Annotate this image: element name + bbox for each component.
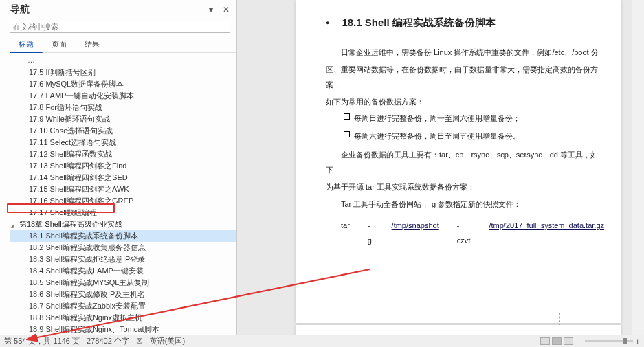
zoom-in-icon[interactable]: + [636,337,640,346]
outline-item[interactable]: 17.14 Shell编程四剑客之SED [10,172,236,183]
status-spellcheck-icon[interactable]: ☒ [136,337,143,346]
paragraph: Tar 工具手动全备份网站，-g 参数指定新的快照文件： [326,197,604,212]
nav-tabs: 标题 页面 结果 [10,36,236,53]
outline-item[interactable]: 17.8 For循环语句实战 [10,102,236,113]
paragraph: 日常企业运维中，需要备份 Linux 操作系统中重要的文件，例如/etc、/bo… [326,45,604,60]
scrollbar-vertical[interactable] [632,0,644,335]
zoom-slider[interactable] [585,340,633,342]
checkbox-icon [344,113,350,120]
status-bar: 第 554 页，共 1146 页 278402 个字 ☒ 英语(美国) − + [0,335,644,347]
outline-item[interactable]: 17.13 Shell编程四剑客之Find [10,160,236,172]
outline-item[interactable]: 17.6 MySQL数据库备份脚本 [10,78,236,90]
cmd-seg: /tmp/2017_full_system_data.tar.gz [489,218,604,233]
nav-dropdown-icon[interactable]: ▾ [206,5,216,14]
tab-results[interactable]: 结果 [76,36,109,52]
page-body: 日常企业运维中，需要备份 Linux 操作系统中重要的文件，例如/etc、/bo… [326,45,604,248]
outline-item[interactable]: 17.9 While循环语句实战 [10,113,236,125]
outline-item[interactable]: 17.17 Shell数组编程 [10,207,236,219]
nav-close-icon[interactable]: ✕ [221,5,231,14]
cmd-seg: /tmp/snapshot [392,218,439,233]
paragraph: 区、重要网站数据等，在备份数据时，由于数据量非常大，需要指定高效的备份方案， [326,62,604,92]
page-title: 18.1 Shell 编程实战系统备份脚本 [326,16,604,30]
outline-item[interactable]: 17.15 Shell编程四剑客之AWK [10,183,236,195]
outline-item[interactable]: 18.1 Shell编程实战系统备份脚本 [10,230,236,242]
bullet-text: 每周六进行完整备份，周日至周五使用增量备份。 [354,128,520,144]
outline-item[interactable]: 17.10 Case选择语句实战 [10,125,236,137]
command-line: tar -g /tmp/snapshot -czvf /tmp/2017_ful… [341,218,604,248]
checkbox-icon [344,131,350,137]
tab-headings[interactable]: 标题 [10,36,43,53]
outline-item[interactable]: 17.5 If判断括号区别 [10,67,236,78]
cmd-seg: -g [368,218,374,248]
navigation-pane: 导航 ▾ ✕ 标题 页面 结果 … 17.5 If判断括号区别17.6 MySQ… [0,0,237,335]
outline-item[interactable]: 17.16 Shell编程四剑客之GREP [10,195,236,207]
cmd-seg: tar [341,218,350,233]
bullet-text: 每周日进行完整备份，周一至周六使用增量备份； [354,111,520,126]
paragraph: 如下为常用的备份数据方案： [326,94,604,109]
status-word-count[interactable]: 278402 个字 [87,336,129,346]
status-language[interactable]: 英语(美国) [150,336,185,346]
outline-item[interactable]: 18.6 Shell编程实战修改IP及主机名 [10,289,236,300]
outline-tree: 17.5 If判断括号区别17.6 MySQL数据库备份脚本17.7 LAMP一… [0,67,236,335]
outline-item[interactable]: 第18章 Shell编程高级企业实战 [10,219,236,230]
outline-item[interactable]: 18.3 Shell编程实战拒绝恶意IP登录 [10,254,236,265]
outline-item[interactable]: 17.12 Shell编程函数实战 [10,148,236,160]
page: 18.1 Shell 编程实战系统备份脚本 日常企业运维中，需要备份 Linux… [296,0,621,323]
outline-item[interactable]: 18.5 Shell编程实战MYSQL主从复制 [10,277,236,289]
nav-ellipsis: … [21,53,236,67]
outline-item[interactable]: 18.8 Shell编程实战Nginx虚拟主机 [10,312,236,324]
zoom-out-icon[interactable]: − [577,337,581,346]
bullet-item: 每周日进行完整备份，周一至周六使用增量备份； [326,109,604,127]
nav-title: 导航 [10,3,30,16]
paragraph: 企业备份数据的工具主要有：tar、cp、rsync、scp、sersync、dd… [326,147,604,177]
status-page[interactable]: 第 554 页，共 1146 页 [4,336,80,346]
cmd-seg: -czvf [457,218,471,248]
outline-item[interactable]: 18.2 Shell编程实战收集服务器信息 [10,242,236,254]
outline-item[interactable]: 18.7 Shell编程实战Zabbix安装配置 [10,300,236,312]
outline-item[interactable]: 17.7 LAMP一键自动化安装脚本 [10,90,236,102]
outline-item[interactable]: 18.9 Shell编程实战Nginx、Tomcat脚本 [10,324,236,335]
read-mode-button[interactable] [540,337,550,345]
paragraph: 为基于开源 tar 工具实现系统数据备份方案： [326,179,604,194]
bullet-item: 每周六进行完整备份，周日至周五使用增量备份。 [326,127,604,145]
outline-item[interactable]: 18.4 Shell编程实战LAMP一键安装 [10,265,236,277]
next-page [296,325,621,335]
web-layout-button[interactable] [564,337,573,345]
outline-item[interactable]: 17.11 Select选择语句实战 [10,137,236,148]
document-area: 18.1 Shell 编程实战系统备份脚本 日常企业运维中，需要备份 Linux… [237,0,644,335]
tab-pages[interactable]: 页面 [43,36,76,52]
search-input[interactable] [10,21,230,33]
print-layout-button[interactable] [552,337,562,345]
